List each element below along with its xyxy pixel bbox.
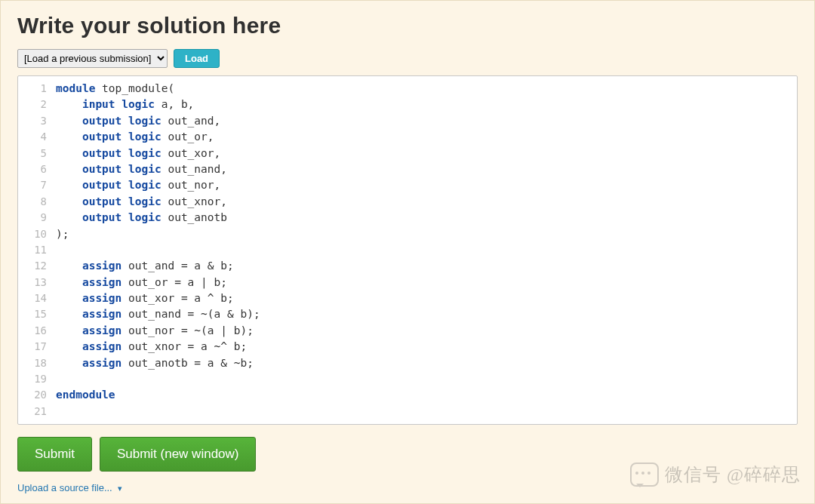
- line-number: 21: [18, 404, 53, 419]
- upload-source-link[interactable]: Upload a source file... ▾: [17, 482, 122, 493]
- code-line[interactable]: 21: [18, 404, 797, 419]
- code-content[interactable]: output logic out_nor,: [53, 177, 220, 193]
- upload-source-label: Upload a source file...: [17, 482, 112, 493]
- line-number: 17: [18, 339, 53, 355]
- line-number: 16: [18, 323, 53, 339]
- code-content[interactable]: [53, 371, 56, 387]
- previous-submission-select[interactable]: [Load a previous submission]: [17, 49, 168, 68]
- line-number: 15: [18, 306, 53, 322]
- line-number: 19: [18, 371, 53, 387]
- line-number: 3: [18, 113, 53, 129]
- line-number: 1: [18, 81, 53, 97]
- chevron-down-icon: ▾: [118, 484, 122, 493]
- code-line[interactable]: 2 input logic a, b,: [18, 97, 797, 112]
- line-number: 4: [18, 129, 53, 145]
- submit-new-window-button[interactable]: Submit (new window): [100, 437, 257, 472]
- code-line[interactable]: 5 output logic out_xor,: [18, 146, 797, 161]
- code-content[interactable]: [53, 242, 56, 258]
- watermark-text: 微信号 @碎碎思: [665, 463, 801, 487]
- line-number: 8: [18, 194, 53, 210]
- load-button[interactable]: Load: [174, 49, 220, 68]
- code-content[interactable]: assign out_or = a | b;: [53, 275, 227, 290]
- submit-button[interactable]: Submit: [17, 437, 92, 472]
- code-content[interactable]: output logic out_nand,: [53, 161, 227, 177]
- code-content[interactable]: assign out_xor = a ^ b;: [53, 290, 234, 306]
- code-content[interactable]: output logic out_and,: [53, 113, 220, 129]
- code-content[interactable]: input logic a, b,: [53, 97, 194, 112]
- code-content[interactable]: endmodule: [53, 387, 115, 403]
- code-content[interactable]: assign out_anotb = a & ~b;: [53, 355, 254, 371]
- line-number: 10: [18, 226, 53, 242]
- code-line[interactable]: 16 assign out_nor = ~(a | b);: [18, 323, 797, 339]
- line-number: 12: [18, 258, 53, 274]
- line-number: 7: [18, 177, 53, 193]
- toolbar: [Load a previous submission] Load: [17, 49, 798, 68]
- line-number: 13: [18, 275, 53, 290]
- code-line[interactable]: 4 output logic out_or,: [18, 129, 797, 145]
- code-line[interactable]: 3 output logic out_and,: [18, 113, 797, 129]
- code-content[interactable]: output logic out_xnor,: [53, 194, 227, 210]
- code-content[interactable]: output logic out_anotb: [53, 210, 227, 226]
- code-line[interactable]: 19: [18, 371, 797, 387]
- code-content[interactable]: output logic out_or,: [53, 129, 214, 145]
- code-line[interactable]: 8 output logic out_xnor,: [18, 194, 797, 210]
- code-line[interactable]: 17 assign out_xnor = a ~^ b;: [18, 339, 797, 355]
- line-number: 5: [18, 146, 53, 161]
- code-line[interactable]: 1module top_module(: [18, 81, 797, 97]
- code-line[interactable]: 13 assign out_or = a | b;: [18, 275, 797, 290]
- code-editor[interactable]: 1module top_module(2 input logic a, b,3 …: [17, 75, 798, 425]
- line-number: 6: [18, 161, 53, 177]
- code-line[interactable]: 9 output logic out_anotb: [18, 210, 797, 226]
- code-line[interactable]: 10);: [18, 226, 797, 242]
- code-line[interactable]: 14 assign out_xor = a ^ b;: [18, 290, 797, 306]
- code-line[interactable]: 7 output logic out_nor,: [18, 177, 797, 193]
- code-content[interactable]: assign out_nand = ~(a & b);: [53, 306, 260, 322]
- code-content[interactable]: module top_module(: [53, 81, 174, 97]
- code-line[interactable]: 18 assign out_anotb = a & ~b;: [18, 355, 797, 371]
- line-number: 9: [18, 210, 53, 226]
- chat-bubble-icon: [630, 463, 659, 487]
- code-content[interactable]: );: [53, 226, 69, 242]
- code-line[interactable]: 15 assign out_nand = ~(a & b);: [18, 306, 797, 322]
- line-number: 14: [18, 290, 53, 306]
- code-content[interactable]: output logic out_xor,: [53, 146, 220, 161]
- code-content[interactable]: assign out_xnor = a ~^ b;: [53, 339, 247, 355]
- line-number: 18: [18, 355, 53, 371]
- line-number: 11: [18, 242, 53, 258]
- code-line[interactable]: 20endmodule: [18, 387, 797, 403]
- watermark: 微信号 @碎碎思: [630, 463, 801, 487]
- solution-panel: Write your solution here [Load a previou…: [0, 0, 815, 504]
- code-line[interactable]: 6 output logic out_nand,: [18, 161, 797, 177]
- code-line[interactable]: 12 assign out_and = a & b;: [18, 258, 797, 274]
- code-content[interactable]: assign out_nor = ~(a | b);: [53, 323, 254, 339]
- line-number: 2: [18, 97, 53, 112]
- code-line[interactable]: 11: [18, 242, 797, 258]
- code-content[interactable]: assign out_and = a & b;: [53, 258, 234, 274]
- line-number: 20: [18, 387, 53, 403]
- code-content[interactable]: [53, 404, 56, 419]
- page-title: Write your solution here: [17, 13, 798, 38]
